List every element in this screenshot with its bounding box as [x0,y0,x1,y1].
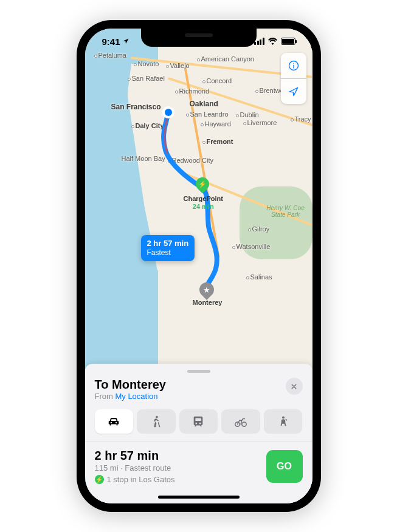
mode-cycle[interactable] [221,409,260,434]
city-label: Concord [202,77,232,84]
city-label: Salinas [246,273,272,281]
city-label: Watsonville [232,243,271,250]
svg-point-1 [293,63,294,64]
svg-point-5 [282,417,285,419]
bolt-icon: ⚡ [95,475,104,484]
city-label: Gilroy [248,225,270,233]
location-services-icon [122,38,129,45]
city-label: Dublin [236,111,259,118]
battery-icon [281,38,295,45]
go-button[interactable]: GO [266,450,303,483]
map-controls [281,53,306,104]
mode-rideshare[interactable] [264,409,303,434]
route-meta: 115 mi · Fastest route [95,463,175,472]
city-label: San Rafael [128,75,165,82]
home-indicator[interactable] [158,496,240,499]
card-grabber[interactable] [187,370,210,373]
screen: 9:41 Petaluma Novato Vallejo [85,29,312,503]
from-line: From My Location [95,392,166,401]
charge-stop-time: 24 min [184,203,223,211]
charge-stop-callout[interactable]: ChargePoint 24 min [184,195,223,211]
city-label: Tracy [291,115,311,123]
notch [141,29,257,47]
info-icon [288,60,300,72]
route-time-callout[interactable]: 2 hr 57 min Fastest [141,235,195,261]
city-label: American Canyon [197,55,254,63]
city-label: Livermore [243,119,277,126]
city-label: Daly City [131,122,164,129]
route-ev-line: ⚡ 1 stop in Los Gatos [95,475,175,484]
mode-drive[interactable] [95,409,134,434]
card-title: To Monterey [95,378,166,392]
map-locate-button[interactable] [281,78,306,104]
city-label: Redwood City [168,157,213,164]
divider [85,441,312,442]
city-label: Vallejo [166,62,190,69]
status-time: 9:41 [102,36,120,47]
location-arrow-icon [288,86,300,98]
route-summary[interactable]: 2 hr 57 min 115 mi · Fastest route ⚡ 1 s… [95,449,303,484]
city-label: Novato [134,60,159,67]
directions-card: To Monterey From My Location [85,364,312,503]
wifi-icon [268,38,278,45]
route-callout-duration: 2 hr 57 min [147,239,189,248]
start-location-dot [162,106,174,118]
bike-icon [234,415,247,428]
car-icon [107,415,120,428]
city-label: Oakland [190,100,218,108]
route-ev-stop: 1 stop in Los Gatos [107,475,175,484]
svg-point-2 [156,416,158,418]
city-label: Fremont [202,138,233,145]
ev-charger-pin[interactable] [196,177,209,196]
rideshare-icon [277,415,290,428]
park-label: Henry W. Coe State Park [259,205,312,218]
walk-icon [150,415,163,428]
city-label: San Francisco [111,103,161,111]
city-label: San Leandro [186,111,229,118]
city-label: Half Moon Bay [122,155,165,162]
route-callout-label: Fastest [147,248,189,257]
transport-mode-selector [95,409,303,434]
mode-walk[interactable] [137,409,176,434]
city-label: Petaluma [94,52,126,59]
charge-stop-name: ChargePoint [184,195,223,203]
transit-icon [192,415,205,428]
city-label: Richmond [175,87,210,95]
city-label: Hayward [201,120,231,128]
from-location-link[interactable]: My Location [115,392,157,401]
close-icon [290,383,298,390]
route-duration: 2 hr 57 min [95,449,175,463]
svg-point-4 [242,422,246,426]
mode-transit[interactable] [179,409,218,434]
destination-pin[interactable]: ★ [199,282,214,301]
map-info-button[interactable] [281,53,306,78]
device-frame: 9:41 Petaluma Novato Vallejo [77,20,321,512]
close-button[interactable] [286,378,303,395]
